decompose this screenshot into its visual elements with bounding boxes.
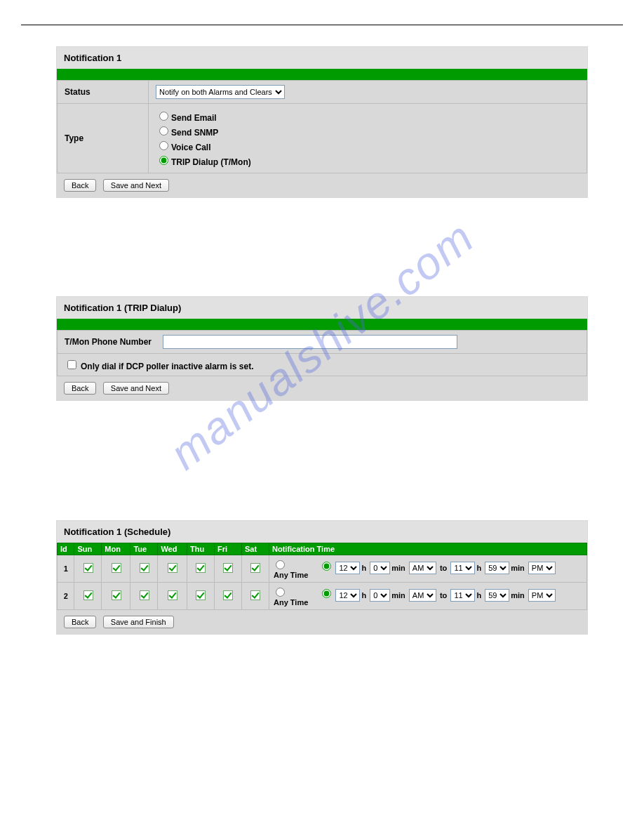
day-checkbox[interactable] <box>168 563 177 573</box>
start-ampm-select[interactable]: AM <box>409 562 436 574</box>
schedule-table: Id Sun Mon Tue Wed Thu Fri Sat Notificat… <box>57 543 587 610</box>
time-cell: Any Time 12h 0min AM to 11h 59min PM <box>269 583 587 610</box>
anytime-radio[interactable] <box>276 560 285 569</box>
type-email-radio[interactable] <box>159 112 168 121</box>
end-hour-select[interactable]: 11 <box>450 562 475 574</box>
end-hour-select[interactable]: 11 <box>450 589 475 602</box>
row-id: 1 <box>58 555 74 583</box>
phone-input[interactable] <box>163 335 457 349</box>
save-next-button[interactable]: Save and Next <box>103 179 169 192</box>
th-thu: Thu <box>187 543 215 555</box>
min-label: min <box>391 591 405 600</box>
start-ampm-select[interactable]: AM <box>409 589 436 602</box>
day-checkbox[interactable] <box>223 590 233 600</box>
notification-type-panel: Notification 1 Status Notify on both Ala… <box>56 46 588 198</box>
status-label: Status <box>58 81 149 104</box>
h-label: h <box>476 564 481 572</box>
table-row: 1 Any Time 12h 0min AM to 11h 59min PM <box>58 555 587 583</box>
end-min-select[interactable]: 59 <box>485 562 509 574</box>
row-id: 2 <box>58 583 74 610</box>
panel1-greenbar <box>57 69 587 80</box>
min-label: min <box>511 591 525 600</box>
panel2-title: Notification 1 (TRIP Dialup) <box>57 297 587 319</box>
time-cell: Any Time 12h 0min AM to 11h 59min PM <box>269 555 587 583</box>
type-voice-label: Voice Call <box>171 143 210 152</box>
panel2-greenbar <box>57 319 587 330</box>
day-checkbox[interactable] <box>140 590 149 600</box>
day-checkbox[interactable] <box>250 590 260 600</box>
type-radio-group: Send Email Send SNMP Voice Call TRIP Dia… <box>156 110 579 167</box>
day-checkbox[interactable] <box>168 590 177 600</box>
anytime-label: Any Time <box>274 598 308 607</box>
day-checkbox[interactable] <box>112 590 121 600</box>
anytime-radio[interactable] <box>276 588 285 597</box>
min-label: min <box>391 564 405 572</box>
save-next-button[interactable]: Save and Next <box>103 382 169 395</box>
type-email-label: Send Email <box>171 113 217 123</box>
day-checkbox[interactable] <box>140 563 149 573</box>
end-min-select[interactable]: 59 <box>485 589 509 602</box>
trip-dialup-panel: Notification 1 (TRIP Dialup) T/Mon Phone… <box>56 296 588 401</box>
th-id: Id <box>58 543 74 555</box>
h-label: h <box>361 591 366 600</box>
type-voice-radio[interactable] <box>159 141 168 150</box>
type-trip-label: TRIP Dialup (T/Mon) <box>171 157 251 167</box>
panel2-buttons: Back Save and Next <box>57 376 587 400</box>
only-dial-label: Only dial if DCP poller inactive alarm i… <box>81 362 254 371</box>
phone-row: T/Mon Phone Number <box>57 330 587 354</box>
anytime-label: Any Time <box>274 571 308 579</box>
panel1-buttons: Back Save and Next <box>57 173 587 197</box>
day-checkbox[interactable] <box>196 563 206 573</box>
back-button[interactable]: Back <box>64 382 96 395</box>
panel3-title: Notification 1 (Schedule) <box>57 521 587 543</box>
save-finish-button[interactable]: Save and Finish <box>103 616 174 628</box>
type-trip-radio[interactable] <box>159 156 168 165</box>
schedule-panel: Notification 1 (Schedule) Id Sun Mon Tue… <box>56 520 588 635</box>
start-hour-select[interactable]: 12 <box>335 589 360 602</box>
min-label: min <box>511 564 525 572</box>
panel1-title: Notification 1 <box>57 47 587 69</box>
panel3-buttons: Back Save and Finish <box>57 610 587 634</box>
th-fri: Fri <box>214 543 241 555</box>
day-checkbox[interactable] <box>196 590 206 600</box>
th-wed: Wed <box>158 543 187 555</box>
timerange-radio[interactable] <box>322 562 331 571</box>
top-rule <box>21 25 623 25</box>
phone-label: T/Mon Phone Number <box>65 337 163 347</box>
to-label: to <box>440 564 447 572</box>
start-min-select[interactable]: 0 <box>370 589 390 602</box>
type-label: Type <box>58 104 149 173</box>
h-label: h <box>361 564 366 572</box>
day-checkbox[interactable] <box>83 563 93 573</box>
end-ampm-select[interactable]: PM <box>528 562 556 574</box>
back-button[interactable]: Back <box>64 179 96 192</box>
type-snmp-label: Send SNMP <box>171 128 218 138</box>
th-sun: Sun <box>74 543 102 555</box>
day-checkbox[interactable] <box>223 563 233 573</box>
timerange-radio[interactable] <box>322 589 331 598</box>
th-mon: Mon <box>102 543 130 555</box>
status-select[interactable]: Notify on both Alarms and Clears <box>156 85 285 99</box>
th-tue: Tue <box>130 543 158 555</box>
only-dial-row: Only dial if DCP poller inactive alarm i… <box>57 354 587 376</box>
day-checkbox[interactable] <box>83 590 93 600</box>
day-checkbox[interactable] <box>112 563 121 573</box>
h-label: h <box>476 591 481 600</box>
back-button[interactable]: Back <box>64 616 96 628</box>
table-row: 2 Any Time 12h 0min AM to 11h 59min PM <box>58 583 587 610</box>
end-ampm-select[interactable]: PM <box>528 589 556 602</box>
th-ntime: Notification Time <box>269 543 587 555</box>
day-checkbox[interactable] <box>250 563 260 573</box>
start-hour-select[interactable]: 12 <box>335 562 360 574</box>
type-snmp-radio[interactable] <box>159 126 168 135</box>
start-min-select[interactable]: 0 <box>370 562 390 574</box>
only-dial-checkbox[interactable] <box>67 360 76 369</box>
panel1-form: Status Notify on both Alarms and Clears … <box>57 80 587 173</box>
to-label: to <box>440 591 447 600</box>
th-sat: Sat <box>241 543 269 555</box>
